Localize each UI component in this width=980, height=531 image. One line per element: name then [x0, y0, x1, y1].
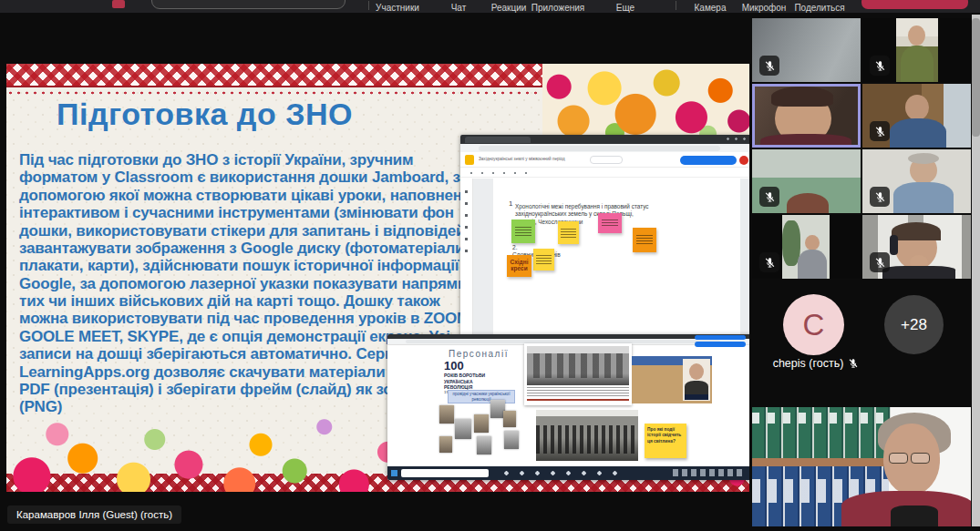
portrait-thumb: [474, 414, 489, 433]
toolbar-reactions-button[interactable]: Реакции: [491, 3, 527, 13]
toolbar-camera-button[interactable]: Камера: [695, 3, 727, 13]
sticky-note-orange: [633, 228, 656, 252]
jamboard-screenshot-2: Персоналії 100 РОКІВ БОРОТЬБИ УКРАЇНСЬКА…: [387, 334, 749, 480]
participant-video-large[interactable]: [752, 407, 971, 526]
glasses-icon: [889, 453, 908, 464]
taskbar-app-icons: [499, 470, 626, 476]
system-tray: [673, 469, 746, 476]
url-field: [479, 146, 720, 151]
note-scribble: [602, 220, 618, 228]
jamboard-toolbar: [460, 168, 749, 178]
red-divider: [527, 399, 629, 401]
frame-navigation: [590, 156, 623, 164]
toolbar-more-button[interactable]: Еще: [616, 3, 634, 13]
portrait-face: [689, 363, 704, 380]
scrollbar-thumb[interactable]: [972, 18, 980, 137]
mic-muted-icon: [848, 358, 859, 369]
participant-video-3[interactable]: [862, 84, 971, 148]
logo-line1: РОКІВ БОРОТЬБИ: [444, 373, 485, 379]
end-meeting-button[interactable]: [861, 0, 968, 9]
portrait-thumb: [477, 436, 491, 454]
person-head: [805, 235, 820, 250]
sepia-collage: [632, 356, 712, 403]
yellow-sticky-note: Про які події історії свідчить ця світли…: [645, 424, 686, 458]
participants-scrollbar[interactable]: [972, 15, 980, 526]
photo-image: [527, 346, 629, 385]
mic-muted-icon: [759, 56, 779, 76]
toolbar-participants-button[interactable]: Участники: [376, 3, 419, 13]
portrait-card: [683, 359, 710, 401]
person-inner-shirt: [891, 505, 938, 526]
recording-indicator-icon: [112, 0, 125, 8]
participant-video-5[interactable]: [862, 149, 971, 213]
jamboard-header: Західноукраїнські землі у міжвоєнний пер…: [460, 152, 749, 168]
active-speaker-name-label: Карамавров Ілля (Guest) (гость): [7, 505, 181, 524]
portrait-name-label: [685, 394, 708, 400]
browser-tab-bar: [460, 135, 749, 144]
portrait-thumb: [503, 411, 516, 427]
jamboard-canvas: 1 Хронологічні межі перебування і правов…: [460, 179, 749, 348]
toolbar-divider: [676, 1, 676, 10]
mic-muted-icon: [870, 121, 890, 141]
participant-avatar-chepis[interactable]: C: [783, 294, 844, 355]
account-avatar: [739, 156, 748, 165]
sticky-note-east-kresy: Східні креси: [507, 255, 531, 277]
glasses-icon: [911, 453, 930, 464]
mic-muted-icon: [759, 187, 779, 207]
jamboard-file-title: Західноукраїнські землі у міжвоєнний пер…: [479, 157, 565, 161]
share-settings-button: [680, 156, 737, 165]
start-button-icon: [391, 470, 397, 476]
participant-video-4[interactable]: [752, 149, 861, 213]
participant-video-6[interactable]: [752, 215, 861, 279]
shelf-binders-green: [752, 407, 891, 459]
person-torso: [798, 250, 827, 279]
person-head: [908, 26, 925, 46]
mic-muted-icon: [870, 187, 890, 207]
toolbar-share-button[interactable]: Поделиться: [794, 3, 844, 13]
share-settings-button: [695, 335, 746, 340]
task-text: Хронологічні межі перебування і правовий…: [515, 203, 654, 226]
task2-number: 2.: [512, 244, 518, 250]
toolbar-divider: [368, 1, 369, 10]
toolbar-input[interactable]: [151, 0, 346, 9]
note-scribble: [561, 229, 575, 238]
sticky-note-yellow-2: [533, 249, 554, 271]
secondary-blue-button: [695, 342, 746, 347]
participants-overflow-badge[interactable]: +28: [884, 295, 944, 354]
mic-muted-icon: [870, 56, 890, 76]
person-hair: [771, 87, 833, 107]
note-scribble: [515, 227, 531, 236]
participant-video-active-speaker[interactable]: [752, 84, 861, 148]
logo-line2: УКРАЇНСЬКА РЕВОЛЮЦІЯ: [444, 380, 499, 390]
shelf-board: [752, 458, 896, 466]
headphones-icon: [892, 222, 941, 240]
note-scribble: [536, 255, 551, 264]
toolbar-apps-button[interactable]: Приложения: [531, 3, 585, 13]
participant-video-1[interactable]: [752, 18, 861, 82]
person-head-top: [787, 193, 829, 213]
toolbar-chat-button[interactable]: Чат: [451, 3, 467, 13]
participant-video-7[interactable]: [862, 215, 971, 279]
portrait-thumb: [439, 436, 452, 453]
windows-taskbar: [387, 466, 749, 480]
person-hair: [908, 153, 939, 164]
crowd-photo: [536, 410, 638, 461]
task-number: 1: [509, 199, 512, 208]
participant-video-2[interactable]: [862, 18, 971, 82]
note-scribble: [636, 235, 653, 245]
board-title: Персоналії: [449, 349, 509, 359]
meeting-window: Участники Чат Реакции Приложения Еще Кам…: [0, 0, 980, 531]
toolbar-microphone-button[interactable]: Микрофон: [742, 3, 787, 13]
avatar-letter: C: [803, 308, 825, 342]
flowers-decoration-top-right: [542, 64, 749, 140]
portrait-thumb: [455, 419, 471, 439]
photo-caption-lines: [527, 387, 629, 398]
sticky-note-yellow: [558, 221, 579, 244]
headphone-earcup: [890, 235, 898, 255]
speaker-name-text: Карамавров Ілля (Guest) (гость): [16, 509, 172, 520]
person-torso: [893, 182, 954, 213]
participant-name: chepis (гость): [773, 357, 844, 370]
person-torso: [890, 118, 946, 148]
person-head: [905, 95, 929, 120]
sticky-note-green: [511, 220, 535, 243]
